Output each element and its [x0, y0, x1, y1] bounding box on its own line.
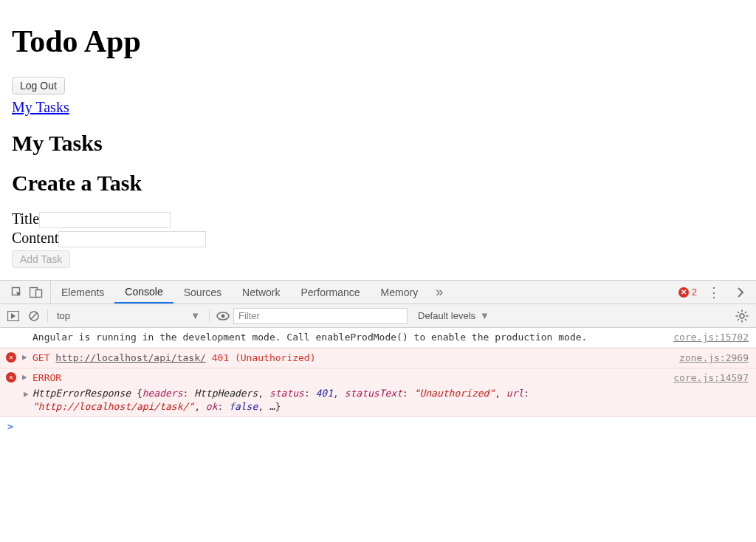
page-body: Todo App Log Out My Tasks My Tasks Creat…: [0, 0, 756, 280]
error-icon: ✕: [6, 372, 16, 383]
title-row: Title: [12, 210, 744, 228]
filter-input[interactable]: Filter: [233, 308, 408, 324]
svg-point-8: [740, 314, 744, 318]
chevron-down-icon: ▼: [190, 310, 200, 321]
tabs-overflow-icon[interactable]: »: [428, 284, 450, 300]
more-menu-icon[interactable]: ⋮: [704, 283, 724, 302]
obj-val: HttpHeaders: [194, 388, 258, 399]
log-error-message: ✕ ▶ ERROR ▶ HttpErrorResponse {headers: …: [0, 368, 756, 417]
log-message: Angular is running in the development mo…: [0, 328, 756, 348]
svg-line-5: [31, 313, 37, 319]
devtools-panel: Elements Console Sources Network Perform…: [0, 280, 756, 436]
add-task-button[interactable]: Add Task: [12, 250, 70, 268]
log-source-link[interactable]: zone.js:2969: [679, 351, 749, 365]
svg-rect-2: [36, 289, 42, 297]
error-label: ERROR: [32, 372, 61, 383]
svg-point-7: [221, 314, 225, 318]
error-icon: ✕: [678, 287, 689, 298]
obj-key: status: [269, 388, 304, 399]
content-row: Content: [12, 230, 744, 247]
filter-placeholder: Filter: [238, 310, 260, 321]
console-prompt[interactable]: >: [0, 417, 756, 436]
content-label: Content: [12, 230, 58, 246]
obj-key: headers: [142, 388, 183, 399]
object-class: HttpErrorResponse: [32, 388, 131, 399]
tab-elements[interactable]: Elements: [51, 281, 114, 303]
obj-ellipsis: …: [269, 401, 275, 412]
inspect-icon[interactable]: [7, 283, 27, 302]
error-count-badge[interactable]: ✕ 2: [678, 287, 697, 298]
title-label: Title: [12, 210, 39, 227]
clear-console-icon[interactable]: [24, 306, 44, 326]
tab-sources[interactable]: Sources: [173, 281, 232, 303]
devtools-icon-group: [3, 281, 51, 303]
chevron-right-icon[interactable]: [731, 283, 750, 302]
svg-line-13: [738, 312, 739, 313]
title-input[interactable]: [39, 212, 171, 228]
http-method: GET: [32, 352, 49, 363]
devtools-tabbar: Elements Console Sources Network Perform…: [0, 281, 756, 304]
chevron-down-icon: ▼: [480, 310, 489, 321]
levels-label: Default levels: [418, 310, 475, 321]
log-source-link[interactable]: core.js:15702: [673, 331, 749, 344]
logout-button[interactable]: Log Out: [12, 77, 65, 95]
disclosure-triangle-icon[interactable]: ▶: [22, 371, 27, 383]
console-output: Angular is running in the development mo…: [0, 328, 756, 436]
svg-line-16: [745, 312, 746, 313]
obj-key: url: [506, 388, 523, 399]
tab-network[interactable]: Network: [232, 281, 290, 303]
disclosure-triangle-icon[interactable]: ▶: [24, 388, 29, 399]
my-tasks-link[interactable]: My Tasks: [12, 99, 69, 116]
settings-gear-icon[interactable]: [731, 309, 753, 323]
log-text: ERROR ▶ HttpErrorResponse {headers: Http…: [25, 371, 734, 414]
log-source-link[interactable]: core.js:14597: [673, 371, 749, 385]
tab-console[interactable]: Console: [114, 281, 173, 303]
context-selector[interactable]: top ▼: [51, 310, 206, 321]
log-text: GET http://localhost/api/task/ 401 (Unau…: [25, 351, 734, 365]
play-icon[interactable]: [3, 306, 24, 326]
obj-val: 401: [316, 388, 333, 399]
svg-line-15: [738, 319, 739, 320]
tab-memory[interactable]: Memory: [371, 281, 429, 303]
log-error-message: ✕ ▶ GET http://localhost/api/task/ 401 (…: [0, 348, 756, 368]
content-input[interactable]: [58, 231, 206, 247]
obj-val: "Unauthorized": [414, 388, 495, 399]
app-title: Todo App: [12, 24, 744, 59]
log-levels-selector[interactable]: Default levels ▼: [408, 310, 500, 321]
http-status: 401 (Unauthorized): [212, 352, 316, 363]
tab-performance[interactable]: Performance: [290, 281, 370, 303]
live-expression-icon[interactable]: [213, 306, 233, 326]
create-task-heading: Create a Task: [12, 171, 744, 196]
disclosure-triangle-icon[interactable]: ▶: [22, 351, 27, 363]
http-url[interactable]: http://localhost/api/task/: [55, 352, 206, 363]
svg-line-14: [745, 319, 746, 320]
error-count: 2: [692, 287, 697, 298]
context-label: top: [57, 310, 70, 321]
console-toolbar: top ▼ Filter Default levels ▼: [0, 304, 756, 328]
my-tasks-heading: My Tasks: [12, 131, 744, 156]
obj-val: "http://localhost/api/task/": [32, 401, 194, 412]
obj-key: ok: [206, 401, 218, 412]
log-text: Angular is running in the development mo…: [25, 331, 734, 344]
obj-key: statusText: [345, 388, 402, 399]
obj-val: false: [229, 401, 258, 412]
device-toggle-icon[interactable]: [27, 283, 46, 302]
error-icon: ✕: [6, 352, 16, 363]
